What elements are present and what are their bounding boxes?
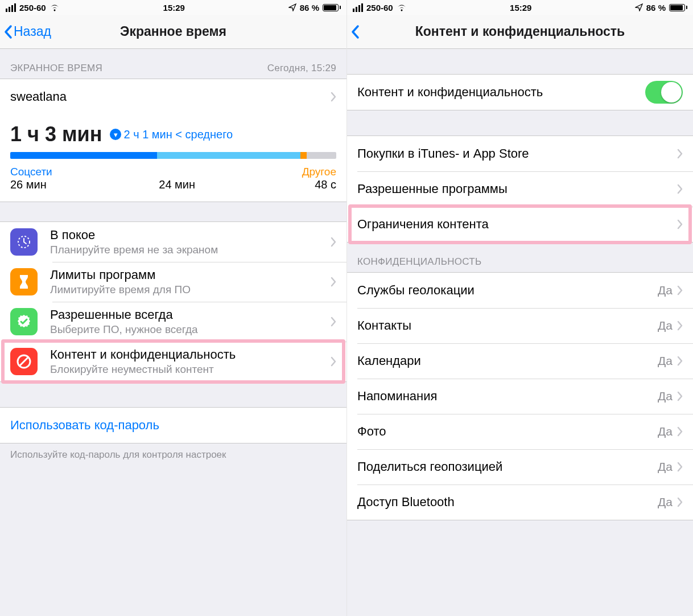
nav-bar: Назад Экранное время — [0, 15, 346, 49]
chevron-left-icon — [350, 24, 360, 39]
status-bar: 250-60 15:29 86 % — [347, 0, 693, 15]
usage-categories: Соцсети26 мин 24 мин Другое48 с — [0, 162, 346, 202]
nav-title: Контент и конфиденциальность — [347, 24, 693, 39]
back-label: Назад — [14, 24, 51, 39]
use-passcode-link[interactable]: Использовать код-пароль — [0, 408, 346, 443]
signal-icon — [353, 3, 363, 12]
status-time: 15:29 — [163, 3, 185, 13]
svg-line-2 — [20, 358, 28, 366]
down-arrow-icon: ▾ — [110, 129, 121, 140]
chevron-right-icon — [677, 391, 683, 401]
total-time: 1 ч 3 мин — [10, 122, 102, 146]
wifi-icon — [397, 4, 407, 11]
user-row[interactable]: sweatlana — [0, 79, 346, 114]
allowed-apps-row[interactable]: Разрешенные программы — [347, 171, 693, 207]
location-icon — [288, 3, 296, 11]
check-badge-icon — [10, 308, 38, 335]
compare-label: ▾ 2 ч 1 мин < среднего — [110, 128, 233, 141]
chevron-right-icon — [677, 356, 683, 366]
hourglass-icon — [10, 268, 38, 295]
chevron-right-icon — [331, 356, 336, 367]
chevron-right-icon — [331, 237, 336, 247]
usage-bar — [10, 152, 336, 159]
nav-bar: Контент и конфиденциальность — [347, 15, 693, 49]
downtime-row[interactable]: В покое Планируйте время не за экраном — [0, 222, 346, 262]
privacy-header: КОНФИДЕНЦИАЛЬНОСТЬ — [347, 243, 693, 272]
location-services-row[interactable]: Службы геолокации Да — [347, 273, 693, 308]
content-restrictions-row[interactable]: Ограничения контента — [347, 207, 693, 242]
itunes-purchases-row[interactable]: Покупки в iTunes- и App Store — [347, 136, 693, 171]
photos-row[interactable]: Фото Да — [347, 414, 693, 449]
content-privacy-toggle-row: Контент и конфиденциальность — [347, 75, 693, 110]
content-privacy-toggle[interactable] — [645, 81, 683, 104]
chevron-right-icon — [677, 285, 683, 295]
status-time: 15:29 — [510, 3, 531, 13]
battery-icon — [669, 4, 687, 11]
chevron-right-icon — [331, 317, 336, 327]
section-header: ЭКРАННОЕ ВРЕМЯ Сегодня, 15:29 — [0, 49, 346, 79]
chevron-left-icon — [3, 24, 13, 39]
status-bar: 250-60 15:29 86 % — [0, 0, 346, 15]
back-button[interactable]: Назад — [0, 24, 51, 39]
chevron-right-icon — [677, 219, 683, 229]
user-label: sweatlana — [10, 89, 331, 104]
downtime-icon — [10, 228, 38, 256]
content-privacy-row[interactable]: Контент и конфиденциальность Блокируйте … — [0, 342, 346, 381]
footer-note: Используйте код-пароль для контроля наст… — [0, 443, 346, 461]
chevron-right-icon — [677, 321, 683, 331]
chevron-right-icon — [677, 149, 683, 159]
chevron-right-icon — [331, 277, 336, 287]
left-screen: 250-60 15:29 86 % Назад Э — [0, 0, 346, 616]
right-screen: 250-60 15:29 86 % Контент и конфиденци — [346, 0, 693, 616]
no-entry-icon — [10, 348, 38, 375]
contacts-row[interactable]: Контакты Да — [347, 308, 693, 343]
chevron-right-icon — [677, 184, 683, 194]
calendars-row[interactable]: Календари Да — [347, 343, 693, 379]
nav-title: Экранное время — [0, 24, 346, 39]
share-location-row[interactable]: Поделиться геопозицией Да — [347, 449, 693, 484]
wifi-icon — [50, 4, 60, 11]
reminders-row[interactable]: Напоминания Да — [347, 379, 693, 414]
always-allowed-row[interactable]: Разрешенные всегда Выберите ПО, нужное в… — [0, 302, 346, 342]
chevron-right-icon — [677, 462, 683, 472]
battery-icon — [323, 4, 341, 11]
carrier-label: 250-60 — [19, 3, 46, 13]
chevron-right-icon — [331, 92, 336, 102]
chevron-right-icon — [677, 426, 683, 437]
battery-percent: 86 % — [300, 3, 319, 13]
bluetooth-row[interactable]: Доступ Bluetooth Да — [347, 484, 693, 520]
location-icon — [635, 3, 643, 11]
battery-percent: 86 % — [646, 3, 666, 13]
signal-icon — [6, 3, 16, 12]
carrier-label: 250-60 — [366, 3, 393, 13]
back-button[interactable] — [347, 24, 360, 39]
app-limits-row[interactable]: Лимиты программ Лимитируйте время для ПО — [0, 262, 346, 302]
chevron-right-icon — [677, 497, 683, 507]
